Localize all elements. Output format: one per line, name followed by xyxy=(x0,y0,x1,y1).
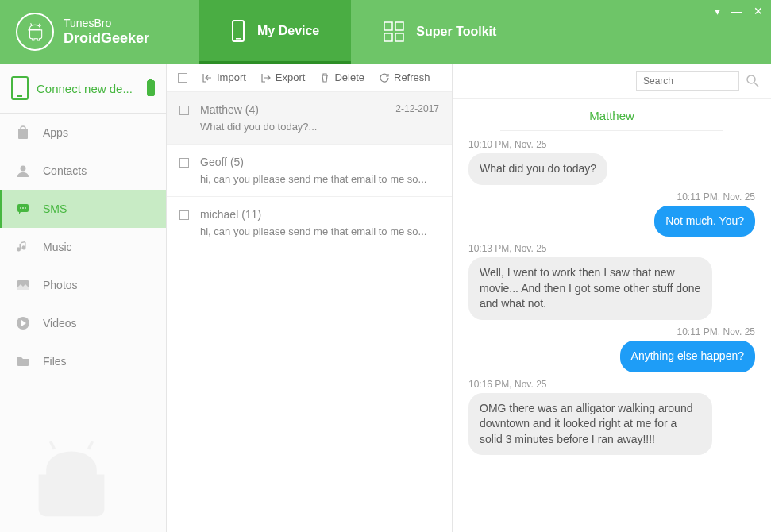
android-logo-icon xyxy=(16,13,54,51)
message-outgoing: Anything else happen? xyxy=(620,341,755,372)
sidebar-item-label: Photos xyxy=(43,279,78,291)
sidebar-item-contacts[interactable]: Contacts xyxy=(0,152,166,190)
search-icon[interactable] xyxy=(746,74,760,88)
app-header: TunesBro DroidGeeker My Device Super Too… xyxy=(0,0,771,64)
svg-point-10 xyxy=(20,207,21,209)
message-incoming: What did you do today? xyxy=(468,153,607,185)
sidebar-item-files[interactable]: Files xyxy=(0,342,166,380)
conversation-checkbox[interactable] xyxy=(179,210,189,220)
chat-messages: Matthew 10:10 PM, Nov. 25 What did you d… xyxy=(453,99,771,532)
conversation-checkbox[interactable] xyxy=(179,106,189,115)
chat-contact-name: Matthew xyxy=(500,109,723,131)
sidebar-item-music[interactable]: Music xyxy=(0,228,166,266)
search-toolbar xyxy=(453,64,771,99)
connect-label: Connect new de... xyxy=(37,82,133,95)
sidebar: Connect new de... Apps Contacts SMS Musi… xyxy=(0,64,167,532)
svg-point-11 xyxy=(22,207,24,209)
message-timestamp: 10:11 PM, Nov. 25 xyxy=(468,191,755,202)
logo-section: TunesBro DroidGeeker xyxy=(0,0,199,64)
message-incoming: OMG there was an alligator walking aroun… xyxy=(468,393,712,456)
tab-label: Super Toolkit xyxy=(416,25,496,39)
image-icon xyxy=(14,277,32,293)
conversation-checkbox[interactable] xyxy=(179,158,189,168)
play-icon xyxy=(14,315,32,331)
conversation-item[interactable]: Matthew (4) 2-12-2017 What did you do to… xyxy=(167,92,452,145)
export-icon xyxy=(260,72,272,83)
brand-name: TunesBro xyxy=(64,17,149,30)
product-name: DroidGeeker xyxy=(64,30,149,48)
delete-button[interactable]: Delete xyxy=(319,71,364,83)
sidebar-item-sms[interactable]: SMS xyxy=(0,190,166,228)
search-input[interactable] xyxy=(636,71,739,91)
sidebar-item-videos[interactable]: Videos xyxy=(0,304,166,342)
svg-rect-4 xyxy=(384,22,392,30)
tab-label: My Device xyxy=(257,24,319,38)
message-outgoing: Not much. You? xyxy=(654,206,755,237)
svg-point-0 xyxy=(32,27,33,29)
menu-icon[interactable]: ▾ xyxy=(715,5,720,17)
sidebar-item-label: Contacts xyxy=(43,164,87,177)
conversation-panel: Import Export Delete Refresh Matthew (4) xyxy=(167,64,453,532)
person-icon xyxy=(14,163,32,179)
sidebar-item-apps[interactable]: Apps xyxy=(0,114,166,152)
message-timestamp: 10:16 PM, Nov. 25 xyxy=(468,379,755,390)
tab-my-device[interactable]: My Device xyxy=(199,0,351,64)
chat-panel: Matthew 10:10 PM, Nov. 25 What did you d… xyxy=(453,64,771,532)
sms-toolbar: Import Export Delete Refresh xyxy=(167,64,452,92)
tab-super-toolkit[interactable]: Super Toolkit xyxy=(351,0,528,64)
conversation-item[interactable]: michael (11) hi, can you pllease send me… xyxy=(167,197,452,249)
window-controls: ▾ — ✕ xyxy=(715,5,763,17)
battery-icon xyxy=(147,80,155,96)
select-all-checkbox[interactable] xyxy=(178,73,187,83)
conversation-list: Matthew (4) 2-12-2017 What did you do to… xyxy=(167,92,452,532)
chat-icon xyxy=(14,201,32,217)
message-timestamp: 10:10 PM, Nov. 25 xyxy=(468,139,755,150)
conversation-item[interactable]: Geoff (5) hi, can you pllease send me th… xyxy=(167,145,452,197)
sidebar-item-label: Files xyxy=(43,355,67,368)
grid-icon xyxy=(383,21,405,43)
android-watermark-icon xyxy=(16,437,127,532)
import-icon xyxy=(202,72,213,83)
sidebar-item-photos[interactable]: Photos xyxy=(0,266,166,304)
refresh-button[interactable]: Refresh xyxy=(379,71,430,83)
music-icon xyxy=(14,239,32,255)
import-button[interactable]: Import xyxy=(202,71,246,83)
export-button[interactable]: Export xyxy=(260,71,306,83)
sidebar-item-label: SMS xyxy=(43,202,67,215)
folder-icon xyxy=(14,353,32,369)
sidebar-item-label: Videos xyxy=(43,317,77,330)
refresh-icon xyxy=(379,72,390,83)
sidebar-item-label: Apps xyxy=(43,126,68,139)
svg-point-8 xyxy=(21,166,26,172)
svg-point-12 xyxy=(25,207,26,209)
minimize-icon[interactable]: — xyxy=(731,5,742,17)
phone-icon xyxy=(230,19,246,43)
svg-rect-5 xyxy=(395,22,403,30)
phone-outline-icon xyxy=(11,76,29,100)
bag-icon xyxy=(14,125,32,141)
message-timestamp: 10:11 PM, Nov. 25 xyxy=(468,326,755,337)
svg-point-15 xyxy=(747,75,755,83)
message-incoming: Well, I went to work then I saw that new… xyxy=(468,257,712,320)
message-timestamp: 10:13 PM, Nov. 25 xyxy=(468,243,755,254)
sidebar-item-label: Music xyxy=(43,241,72,253)
trash-icon xyxy=(319,72,330,83)
svg-rect-7 xyxy=(395,33,403,41)
connect-device[interactable]: Connect new de... xyxy=(0,64,166,114)
svg-rect-3 xyxy=(236,38,241,40)
svg-point-1 xyxy=(37,27,38,29)
close-icon[interactable]: ✕ xyxy=(754,5,763,17)
svg-rect-6 xyxy=(384,33,392,41)
